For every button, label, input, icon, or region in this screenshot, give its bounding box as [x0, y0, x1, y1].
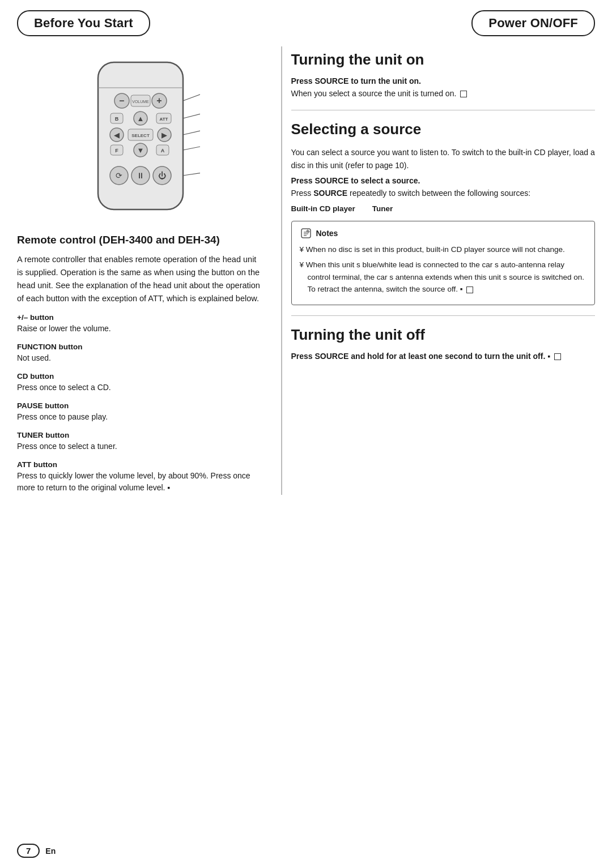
svg-text:◀: ◀: [114, 131, 120, 139]
plus-minus-button-label: +/– button: [17, 313, 264, 322]
function-label-text: FUNCTION button: [17, 343, 82, 351]
pause-desc-text: Press once to pause play.: [17, 412, 108, 421]
notes-header: Notes: [300, 227, 587, 240]
note-item-2: When this unit s blue/white lead is conn…: [300, 259, 587, 296]
pause-button-desc: Press once to pause play.: [17, 411, 264, 423]
tuner-button-desc: Press once to select a tuner.: [17, 441, 264, 452]
svg-text:SELECT: SELECT: [131, 133, 150, 138]
turning-off-heading-text: Turning the unit off: [291, 326, 425, 343]
press-source-on-desc-text: When you select a source the unit is tur…: [291, 89, 457, 98]
turning-off-heading: Turning the unit off: [291, 326, 596, 344]
cd-desc-text: Press once to select a CD.: [17, 383, 111, 392]
svg-text:⏸: ⏸: [137, 171, 144, 180]
svg-text:VOLUME: VOLUME: [132, 100, 149, 104]
svg-text:F: F: [115, 148, 118, 153]
pause-label-text: PAUSE button: [17, 401, 69, 410]
footer: 7 En: [17, 844, 56, 858]
tuner-label-text: TUNER button: [17, 431, 69, 439]
remote-control-image: – VOLUME + B ▲ ATT ◀ SELECT ▶: [17, 57, 264, 221]
svg-line-36: [183, 173, 200, 176]
svg-text:ATT: ATT: [160, 117, 168, 122]
att-button-label: ATT button: [17, 460, 264, 469]
svg-text:▶: ▶: [162, 131, 167, 139]
selecting-source-heading: Selecting a source: [291, 121, 596, 138]
button-descriptions: +/– button Raise or lower the volume. FU…: [17, 313, 264, 494]
main-layout: – VOLUME + B ▲ ATT ◀ SELECT ▶: [0, 36, 612, 512]
notes-header-text: Notes: [316, 229, 338, 238]
svg-text:B: B: [115, 116, 119, 122]
svg-text:+: +: [156, 96, 162, 105]
svg-line-32: [183, 93, 200, 101]
tuner-button-label: TUNER button: [17, 431, 264, 439]
remote-body-text: A remote controller that enables remote …: [17, 255, 260, 303]
source-indicator-icon: [460, 91, 467, 97]
svg-text:▼: ▼: [137, 146, 144, 155]
svg-text:▲: ▲: [137, 114, 144, 123]
cd-button-desc: Press once to select a CD.: [17, 382, 264, 394]
left-column: – VOLUME + B ▲ ATT ◀ SELECT ▶: [17, 46, 278, 495]
before-you-start-label: Before You Start: [34, 16, 133, 30]
remote-control-body: A remote controller that enables remote …: [17, 253, 264, 306]
cd-label-text: CD button: [17, 372, 54, 380]
remote-svg: – VOLUME + B ▲ ATT ◀ SELECT ▶: [81, 57, 200, 221]
turning-off-bold-text: Press SOURCE and hold for at least one s…: [291, 352, 551, 361]
header-row: Before You Start Power ON/OFF: [0, 0, 612, 36]
section-divider-1: [291, 110, 596, 110]
notes-icon: [300, 227, 312, 240]
page-number: 7: [26, 846, 31, 856]
svg-text:–: –: [120, 96, 125, 105]
language-label: En: [45, 846, 56, 856]
pause-button-label: PAUSE button: [17, 401, 264, 410]
svg-text:⟳: ⟳: [116, 171, 122, 180]
turning-off-indicator: [554, 353, 561, 360]
plus-minus-button-desc: Raise or lower the volume.: [17, 323, 264, 335]
press-source-on-bold: Press SOURCE to turn the unit on.: [291, 76, 596, 85]
note-1-text: When no disc is set in this product, bui…: [306, 245, 565, 254]
selecting-source-body-text: You can select a source you want to list…: [291, 148, 595, 169]
selecting-source-heading-text: Selecting a source: [291, 121, 422, 138]
svg-line-34: [183, 130, 200, 135]
function-button-desc: Not used.: [17, 352, 264, 364]
notes-pencil-icon: [300, 228, 312, 239]
tuner-desc-text: Press once to select a tuner.: [17, 442, 117, 451]
before-you-start-tab: Before You Start: [17, 10, 150, 36]
section-divider-2: [291, 315, 596, 316]
svg-rect-37: [301, 229, 311, 238]
source-cd-player: Built-in CD player: [291, 204, 355, 213]
press-source-on-text: Press SOURCE to turn the unit on.: [291, 76, 421, 85]
source-tuner: Tuner: [372, 204, 393, 213]
function-button-label: FUNCTION button: [17, 343, 264, 351]
right-column: Turning the unit on Press SOURCE to turn…: [286, 46, 596, 495]
remote-control-heading: Remote control (DEH-3400 and DEH-34): [17, 233, 264, 247]
plus-minus-label-text: +/– button: [17, 313, 54, 322]
power-on-off-tab: Power ON/OFF: [471, 10, 595, 36]
svg-text:A: A: [161, 148, 165, 153]
cd-button-label: CD button: [17, 372, 264, 380]
svg-line-33: [183, 113, 200, 118]
press-source-select-desc: Press SOURCE repeatedly to switch betwee…: [291, 187, 596, 199]
power-on-off-label: Power ON/OFF: [488, 16, 578, 30]
note-2-indicator: [466, 287, 473, 293]
turning-on-heading-text: Turning the unit on: [291, 51, 424, 68]
remote-heading-text: Remote control (DEH-3400 and DEH-34): [17, 234, 220, 246]
press-source-select-text: Press SOURCE to select a source.: [291, 176, 420, 185]
att-desc-text: Press to quickly lower the volume level,…: [17, 471, 250, 492]
column-divider: [281, 46, 282, 495]
note-2-text: When this unit s blue/white lead is conn…: [306, 260, 584, 293]
page-number-box: 7: [17, 844, 40, 858]
press-source-on-desc: When you select a source the unit is tur…: [291, 87, 596, 100]
function-desc-text: Not used.: [17, 353, 51, 362]
plus-minus-desc-text: Raise or lower the volume.: [17, 324, 111, 333]
selecting-source-body: You can select a source you want to list…: [291, 146, 596, 172]
note-item-1: When no disc is set in this product, bui…: [300, 243, 587, 256]
turning-on-heading: Turning the unit on: [291, 51, 596, 69]
press-source-select-bold: Press SOURCE to select a source.: [291, 176, 596, 185]
source-bold-word: SOURCE: [313, 189, 347, 198]
att-label-text: ATT button: [17, 460, 57, 469]
turning-off-desc: Press SOURCE and hold for at least one s…: [291, 352, 596, 361]
att-button-desc: Press to quickly lower the volume level,…: [17, 470, 264, 494]
svg-text:⏻: ⏻: [158, 171, 166, 180]
svg-line-35: [183, 146, 200, 150]
sources-list: Built-in CD player Tuner: [291, 204, 596, 213]
notes-box: Notes When no disc is set in this produc…: [291, 221, 596, 305]
